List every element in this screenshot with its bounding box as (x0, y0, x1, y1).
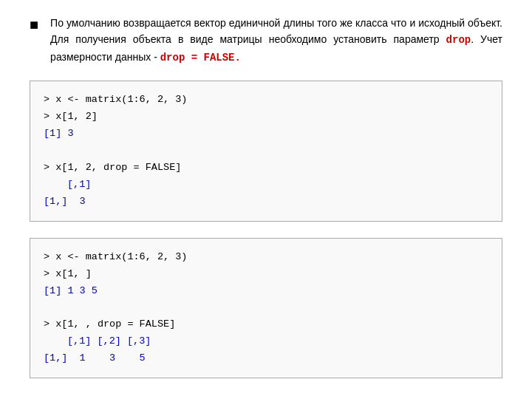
drop-keyword-1: drop (446, 34, 471, 46)
code-line-2-3: [1] 1 3 5 (44, 283, 488, 300)
bullet-text: По умолчанию возвращается вектор единичн… (50, 15, 502, 66)
code-line-1-3: [1] 3 (44, 126, 488, 143)
code-line-1-7: [1,] 3 (44, 194, 488, 211)
code-box-2: > x <- matrix(1:6, 2, 3) > x[1, ] [1] 1 … (30, 238, 502, 379)
code-line-1-5: > x[1, 2, drop = FALSE] (44, 160, 488, 177)
code-line-1-1: > x <- matrix(1:6, 2, 3) (44, 92, 488, 109)
code-box-1: > x <- matrix(1:6, 2, 3) > x[1, 2] [1] 3… (30, 81, 502, 222)
code-line-1-4 (44, 143, 488, 160)
code-line-1-2: > x[1, 2] (44, 109, 488, 126)
code-line-2-5: > x[1, , drop = FALSE] (44, 316, 488, 333)
code-line-2-4 (44, 300, 488, 317)
code-line-2-2: > x[1, ] (44, 266, 488, 283)
code-line-2-7: [1,] 1 3 5 (44, 350, 488, 367)
code-line-2-1: > x <- matrix(1:6, 2, 3) (44, 249, 488, 266)
bullet-symbol: ■ (30, 16, 38, 33)
code-line-1-6: [,1] (44, 177, 488, 194)
code-line-2-6: [,1] [,2] [,3] (44, 333, 488, 350)
drop-false-keyword: drop = FALSE. (160, 52, 241, 64)
bullet-section: ■ По умолчанию возвращается вектор едини… (30, 15, 502, 66)
text-before-drop1: По умолчанию возвращается вектор единичн… (50, 17, 502, 45)
